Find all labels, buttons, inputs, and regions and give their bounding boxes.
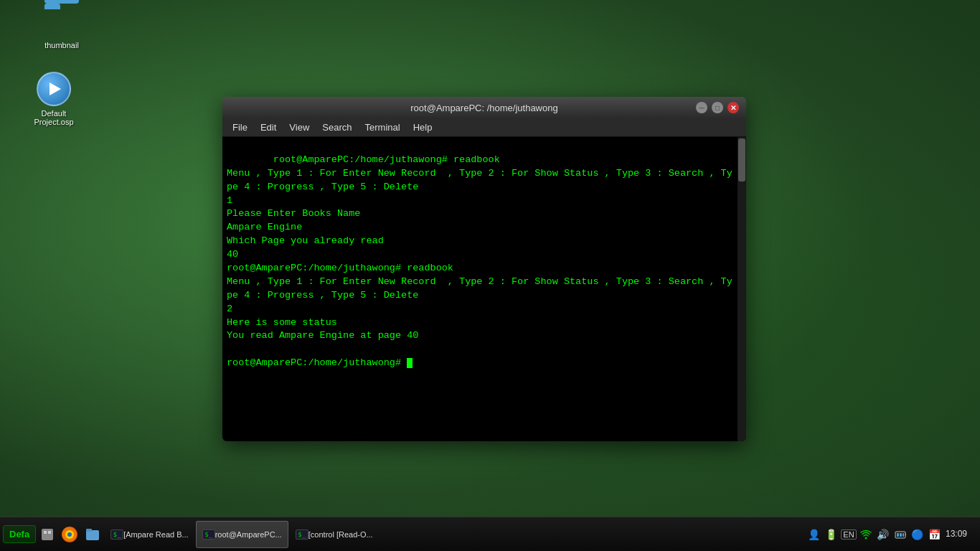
tray-bluetooth-icon[interactable]: 🔵 [911,528,924,541]
svg-point-5 [67,532,72,537]
output-line-4: Please Enter Books Name [227,208,360,219]
tray-power-icon[interactable] [894,528,907,541]
maximize-button[interactable]: □ [712,102,723,113]
svg-rect-13 [905,533,906,536]
output-line-5: Ampare Engine [227,222,302,232]
taskbar-item-filemanager[interactable] [82,521,103,548]
desktop-icon-default-project[interactable]: Default Project.osp [25,72,83,126]
terminal-cursor [407,358,413,368]
filemanager-icon [85,527,100,542]
tray-volume-icon[interactable]: 🔊 [877,528,890,541]
output-line-2: Menu , Type 1 : For Enter New Record , T… [227,168,732,192]
svg-point-8 [864,537,867,539]
taskbar: Defa $_ [Ampare Read B... [0,517,980,551]
menu-help[interactable]: Help [407,121,438,134]
desktop-icon-thumbnail-label: thumbnail [44,41,79,50]
taskbar-item-control[interactable]: $_ [control [Read-O... [290,521,379,548]
desktop-icon-default-project-label: Default Project.osp [25,109,83,126]
output-line-1: root@AmparePC:/home/juthawong# readbook [273,154,500,165]
output-line-6: Which Page you already read [227,235,384,246]
output-line-11: Here is some status [227,317,337,328]
start-button[interactable]: Defa [3,525,36,543]
output-line-9: Menu , Type 1 : For Enter New Record , T… [227,276,732,301]
start-label: Defa [9,529,29,540]
taskbar-clock[interactable]: 13:09 [946,529,971,540]
terminal-root-icon: $_ [202,529,215,540]
menu-view[interactable]: View [283,121,315,134]
terminal-body[interactable]: root@AmparePC:/home/juthawong# readbook … [222,137,746,441]
control-icon: $_ [296,529,308,540]
taskbar-item-ampare-read[interactable]: $_ [Ampare Read B... [105,521,194,548]
svg-rect-12 [903,533,904,537]
terminal-window: root@AmparePC: /home/juthawong ─ □ ✕ Fil… [222,97,746,441]
taskbar-item-terminal-root[interactable]: $_ root@AmparePC... [196,521,288,548]
tray-wifi-icon[interactable] [859,528,872,541]
taskbar-item-files[interactable] [37,521,57,548]
menu-search[interactable]: Search [316,121,357,134]
output-line-8: root@AmparePC:/home/juthawong# readbook [227,263,453,273]
terminal-scrollbar[interactable] [738,137,746,441]
desktop: thumbnail Default Project.osp root@Ampar… [0,0,980,517]
terminal-titlebar: root@AmparePC: /home/juthawong ─ □ ✕ [222,97,746,118]
svg-rect-10 [897,533,899,537]
svg-rect-0 [42,529,53,540]
folder-icon [44,4,79,38]
menu-file[interactable]: File [227,121,253,134]
play-icon [37,72,71,106]
svg-rect-1 [44,531,47,534]
firefox-icon [62,527,77,542]
terminal-output[interactable]: root@AmparePC:/home/juthawong# readbook … [222,137,738,441]
output-line-10: 2 [227,303,232,314]
tray-battery-icon[interactable]: 🔋 [825,528,838,541]
taskbar-item-control-label: [control [Read-O... [308,530,373,539]
scrollbar-thumb[interactable] [738,138,745,182]
system-tray: 👤 🔋 EN 🔊 🔵 📅 13:09 [802,528,977,541]
menu-edit[interactable]: Edit [255,121,282,134]
terminal-menubar: File Edit View Search Terminal Help [222,118,746,137]
terminal-app-icon: $_ [110,529,123,540]
tray-keyboard-icon[interactable]: EN [842,528,855,541]
svg-rect-6 [86,530,99,540]
menu-terminal[interactable]: Terminal [359,121,406,134]
taskbar-item-firefox[interactable] [59,521,80,548]
tray-user-icon[interactable]: 👤 [808,528,821,541]
output-line-7: 40 [227,249,238,260]
svg-rect-7 [86,529,92,532]
tray-calendar-icon[interactable]: 📅 [928,528,941,541]
output-line-3: 1 [227,195,232,206]
svg-rect-2 [48,531,51,534]
taskbar-item-terminal-root-label: root@AmparePC... [215,530,282,539]
files-icon [40,527,55,542]
output-line-13: root@AmparePC:/home/juthawong# [227,357,407,368]
terminal-window-controls: ─ □ ✕ [696,102,739,113]
svg-rect-11 [900,533,902,537]
minimize-button[interactable]: ─ [696,102,707,113]
terminal-title: root@AmparePC: /home/juthawong [228,103,740,113]
taskbar-item-ampare-read-label: [Ampare Read B... [123,530,189,539]
output-line-12: You read Ampare Engine at page 40 [227,330,418,341]
desktop-icon-thumbnail[interactable]: thumbnail [33,4,90,50]
close-button[interactable]: ✕ [727,102,739,113]
